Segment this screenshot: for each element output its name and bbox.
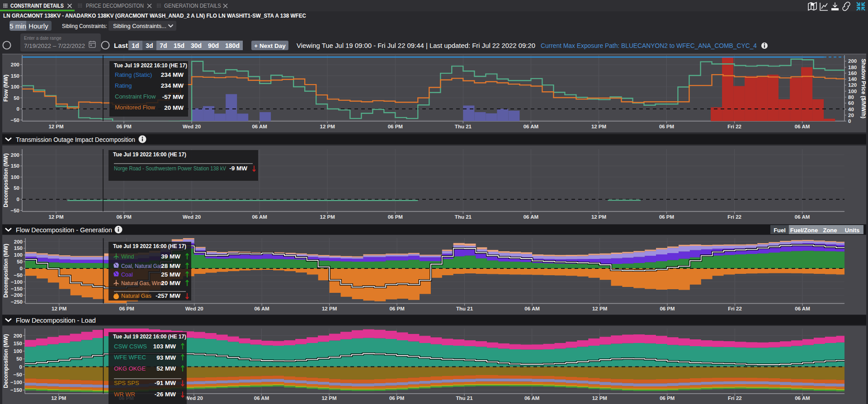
- svg-text:20 MW: 20 MW: [161, 280, 180, 287]
- svg-text:06 AM: 06 AM: [254, 306, 269, 311]
- svg-text:Viewing Tue Jul 19 09:00 - Fri: Viewing Tue Jul 19 09:00 - Fri Jul 22 09…: [297, 42, 535, 49]
- svg-text:12 PM: 12 PM: [52, 306, 66, 311]
- svg-text:120: 120: [848, 82, 857, 88]
- svg-text:Norge Road - Southwestern Powe: Norge Road - Southwestern Power Station …: [114, 165, 226, 172]
- svg-text:0: 0: [19, 364, 22, 370]
- svg-text:+ Next Day: + Next Day: [254, 42, 286, 49]
- svg-text:06 AM: 06 AM: [252, 124, 267, 129]
- svg-text:06 AM: 06 AM: [524, 306, 539, 311]
- svg-text:06 PM: 06 PM: [116, 214, 131, 220]
- svg-text:100: 100: [848, 89, 857, 94]
- svg-text:Decomposition (MW): Decomposition (MW): [3, 244, 9, 297]
- svg-text:06 PM: 06 PM: [116, 124, 131, 129]
- svg-text:Sibling Constraints:: Sibling Constraints:: [62, 23, 107, 29]
- svg-text:100: 100: [14, 348, 22, 354]
- svg-text:28 MW: 28 MW: [161, 263, 180, 269]
- svg-text:0: 0: [17, 197, 19, 202]
- svg-text:WFE WFEC: WFE WFEC: [114, 354, 146, 361]
- svg-text:CONSTRAINT DETAILS: CONSTRAINT DETAILS: [10, 3, 64, 9]
- svg-text:Current Max Exposure Path: BLU: Current Max Exposure Path: BLUECANYON2 t…: [541, 42, 757, 49]
- svg-text:−50: −50: [14, 272, 23, 278]
- svg-text:12 PM: 12 PM: [592, 395, 607, 401]
- svg-text:-91 MW: -91 MW: [155, 380, 176, 386]
- svg-text:50: 50: [14, 95, 19, 101]
- svg-text:Fuel/Zone: Fuel/Zone: [790, 227, 818, 234]
- svg-text:Decomposition (MW): Decomposition (MW): [3, 334, 9, 388]
- svg-text:100: 100: [11, 84, 19, 89]
- svg-text:Sibling Constraints...: Sibling Constraints...: [113, 23, 166, 29]
- svg-text:06 AM: 06 AM: [795, 124, 810, 129]
- svg-text:40: 40: [848, 107, 854, 112]
- svg-text:200: 200: [848, 58, 857, 64]
- svg-text:−150: −150: [10, 387, 22, 393]
- svg-text:0: 0: [17, 106, 19, 112]
- svg-text:Tue Jul 19 2022 16:00 (HE 17): Tue Jul 19 2022 16:00 (HE 17): [113, 333, 186, 340]
- svg-text:7d: 7d: [160, 42, 167, 49]
- svg-text:12 PM: 12 PM: [592, 306, 607, 311]
- svg-text:20: 20: [848, 113, 854, 118]
- svg-text:−100: −100: [10, 380, 22, 385]
- svg-text:-257 MW: -257 MW: [156, 292, 180, 299]
- svg-text:7/19/2022 – 7/22/2022: 7/19/2022 – 7/22/2022: [24, 42, 85, 49]
- svg-text:90d: 90d: [208, 42, 219, 49]
- svg-text:12 PM: 12 PM: [322, 306, 337, 311]
- svg-text:Fri 22: Fri 22: [727, 124, 741, 129]
- svg-text:150: 150: [11, 163, 19, 169]
- svg-text:0: 0: [20, 266, 23, 271]
- svg-text:5 min: 5 min: [9, 22, 26, 30]
- svg-text:06 AM: 06 AM: [254, 395, 269, 401]
- svg-text:180d: 180d: [225, 42, 240, 49]
- svg-text:Shadow Price ($/MW/h): Shadow Price ($/MW/h): [860, 59, 866, 118]
- svg-text:06 AM: 06 AM: [524, 214, 538, 220]
- svg-text:-57 MW: -57 MW: [162, 94, 184, 100]
- svg-text:200: 200: [11, 62, 19, 67]
- svg-text:06 AM: 06 AM: [795, 395, 810, 401]
- svg-text:Coal: Coal: [121, 272, 133, 278]
- svg-text:Tue Jul 19 2022 16:00 (HE 17): Tue Jul 19 2022 16:00 (HE 17): [113, 243, 186, 249]
- svg-text:25 MW: 25 MW: [161, 271, 180, 278]
- svg-text:06 PM: 06 PM: [660, 306, 675, 311]
- svg-text:12 PM: 12 PM: [321, 395, 336, 401]
- svg-text:Natural Gas: Natural Gas: [121, 293, 151, 299]
- svg-text:-9 MW: -9 MW: [229, 165, 247, 172]
- svg-text:Flow Decomposition - Generatio: Flow Decomposition - Generation: [16, 226, 112, 234]
- svg-text:−150: −150: [11, 286, 23, 291]
- svg-text:39 MW: 39 MW: [161, 253, 180, 260]
- svg-text:−50: −50: [10, 208, 19, 213]
- svg-text:06 AM: 06 AM: [795, 306, 810, 311]
- svg-text:−100: −100: [11, 279, 23, 285]
- svg-text:Tue Jul 19 2022 16:10 (HE 17): Tue Jul 19 2022 16:10 (HE 17): [114, 62, 187, 69]
- svg-text:OKG OKGE: OKG OKGE: [114, 365, 146, 372]
- svg-text:Units: Units: [845, 227, 860, 234]
- svg-text:52 MW: 52 MW: [156, 365, 176, 372]
- svg-text:140: 140: [848, 76, 857, 82]
- svg-text:Fri 22: Fri 22: [728, 395, 742, 401]
- svg-text:Thu 21: Thu 21: [455, 124, 472, 129]
- svg-text:06 PM: 06 PM: [389, 306, 404, 311]
- svg-text:180: 180: [848, 65, 857, 70]
- svg-text:Rating: Rating: [115, 82, 132, 89]
- svg-text:12 PM: 12 PM: [591, 214, 606, 220]
- svg-text:06 AM: 06 AM: [524, 124, 538, 129]
- svg-text:12 PM: 12 PM: [591, 124, 606, 129]
- svg-text:06 PM: 06 PM: [659, 124, 674, 129]
- svg-text:50: 50: [17, 259, 23, 264]
- svg-text:200: 200: [11, 152, 19, 158]
- svg-text:12 PM: 12 PM: [320, 124, 335, 129]
- svg-text:160: 160: [848, 70, 857, 76]
- svg-text:Rating (Static): Rating (Static): [115, 71, 152, 78]
- svg-text:Hourly: Hourly: [28, 22, 48, 30]
- svg-text:Flow Decomposition - Load: Flow Decomposition - Load: [16, 316, 96, 324]
- svg-text:06 PM: 06 PM: [389, 395, 404, 401]
- svg-text:Wed 20: Wed 20: [185, 306, 203, 311]
- svg-text:LN GRACMONT 138KV - ANADARKO 1: LN GRACMONT 138KV - ANADARKO 138KV (GRAC…: [3, 12, 307, 19]
- svg-text:Wed 20: Wed 20: [185, 395, 203, 401]
- svg-text:103 MW: 103 MW: [153, 343, 176, 350]
- svg-text:150: 150: [14, 341, 22, 346]
- svg-text:50: 50: [14, 185, 19, 191]
- svg-text:−200: −200: [11, 292, 23, 298]
- svg-text:Fri 22: Fri 22: [727, 214, 741, 220]
- svg-text:−50: −50: [10, 117, 19, 123]
- svg-text:−250: −250: [11, 299, 23, 305]
- svg-text:93 MW: 93 MW: [156, 354, 176, 361]
